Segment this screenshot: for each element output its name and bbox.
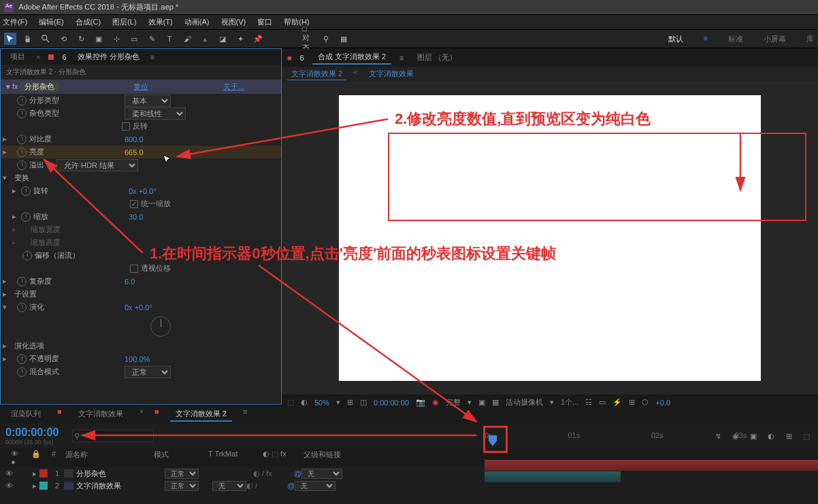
clone-tool[interactable]: ⟁ — [199, 33, 211, 45]
menu-view[interactable]: 视图(V) — [221, 18, 246, 26]
layer-mode-select[interactable]: 正常 — [165, 469, 199, 479]
fractal-type-select[interactable]: 基本 — [125, 95, 171, 107]
puppet-tool[interactable]: 📌 — [252, 33, 264, 45]
fx-about-link[interactable]: 关于... — [223, 82, 244, 92]
subtab-comp2[interactable]: 文字消散效果 2 — [287, 68, 346, 80]
layer-parent-select[interactable]: 无 — [295, 481, 336, 491]
invert-checkbox[interactable] — [122, 122, 130, 131]
layer-mode-select[interactable]: 正常 — [165, 481, 199, 491]
overflow-select[interactable]: 允许 HDR 结果 — [56, 159, 138, 171]
stopwatch-icon[interactable] — [17, 109, 27, 118]
menu-effect[interactable]: 效果(T) — [148, 18, 173, 26]
stopwatch-icon[interactable] — [17, 303, 27, 312]
layer-color-icon[interactable] — [39, 482, 48, 490]
stopwatch-icon[interactable] — [22, 251, 32, 261]
brightness-value[interactable]: 665.0 — [125, 148, 144, 156]
tab-composition[interactable]: 合成 文字消散效果 2 — [312, 50, 391, 65]
layer-name[interactable]: 文字消散效果 — [76, 481, 165, 491]
ws-default[interactable]: 默认 — [668, 34, 683, 44]
stopwatch-icon[interactable] — [17, 96, 27, 105]
visibility-icon[interactable]: 👁 — [5, 482, 15, 490]
channel-icon[interactable]: ◉ — [432, 398, 439, 407]
camera-tool[interactable]: ▣ — [93, 33, 105, 45]
pixel-aspect-icon[interactable]: ▭ — [599, 398, 606, 407]
region-icon[interactable]: ▣ — [478, 398, 485, 407]
opacity-value[interactable]: 100.0% — [125, 355, 150, 363]
search-icon[interactable]: ⚲ — [320, 33, 332, 45]
tab-comp2[interactable]: 文字消散效果 2 — [170, 407, 232, 422]
stopwatch-icon[interactable] — [17, 161, 27, 170]
resolution-icon[interactable]: ▾ — [336, 398, 340, 407]
tab-comp1[interactable]: 文字消散效果 — [73, 407, 129, 422]
composition-viewer[interactable] — [282, 82, 818, 394]
roto-tool[interactable]: ✦ — [234, 33, 246, 45]
layer-parent-select[interactable]: 无 — [301, 469, 342, 479]
menu-window[interactable]: 窗口 — [257, 18, 272, 26]
fx-reset-link[interactable]: 复位 — [133, 82, 148, 92]
tab-render-queue[interactable]: 渲染队列 — [5, 407, 46, 422]
evolution-value[interactable]: 0x +0.0° — [125, 303, 152, 312]
stopwatch-icon[interactable] — [17, 277, 27, 286]
expand-arrow-icon[interactable]: ▸ — [1, 277, 9, 286]
stopwatch-icon[interactable] — [17, 135, 27, 144]
guides-icon[interactable]: ◫ — [360, 398, 367, 407]
snapshot-icon[interactable]: 📷 — [416, 398, 425, 407]
menu-layer[interactable]: 图层(L) — [112, 18, 136, 26]
exposure-value[interactable]: +0.0 — [655, 399, 670, 407]
selection-tool[interactable] — [4, 33, 16, 45]
fx-name[interactable]: 分形杂色 — [20, 82, 59, 91]
text-tool[interactable]: T — [163, 33, 176, 45]
expand-arrow-icon[interactable]: ▸ — [1, 290, 9, 299]
ws-library[interactable]: 库 — [806, 34, 814, 44]
brush-tool[interactable]: 🖌 — [181, 33, 193, 45]
expand-arrow-icon[interactable]: ▸ — [1, 135, 9, 144]
subtab-comp1[interactable]: 文字消散效果 — [365, 68, 418, 80]
timeline-search[interactable] — [72, 430, 154, 442]
grid-icon[interactable]: ▦ — [338, 33, 350, 45]
visibility-icon[interactable]: 👁 — [5, 469, 15, 477]
grid-icon[interactable]: ⊞ — [347, 398, 353, 407]
layer-bar[interactable] — [485, 471, 621, 482]
snap-toggle[interactable]: □ 对齐 — [302, 33, 314, 45]
flowchart-icon[interactable]: ⬡ — [642, 398, 649, 407]
trkmat-select[interactable]: 无 — [212, 481, 246, 491]
camera-select[interactable]: 活动摄像机 — [506, 397, 543, 407]
ws-standard[interactable]: 标准 — [728, 34, 743, 44]
stopwatch-icon[interactable] — [17, 354, 27, 364]
tab-project[interactable]: 项目 — [5, 50, 31, 63]
view-options-icon[interactable]: ☷ — [585, 398, 592, 407]
expand-arrow-icon[interactable]: ▸ — [10, 186, 18, 195]
blend-mode-select[interactable]: 正常 — [125, 366, 171, 378]
menu-file[interactable]: 文件(F) — [3, 18, 27, 26]
evolution-dial[interactable] — [150, 316, 171, 337]
expand-arrow-icon[interactable]: ▸ — [1, 354, 9, 363]
perspective-checkbox[interactable] — [130, 265, 138, 273]
uniform-scale-checkbox[interactable]: ✓ — [130, 200, 138, 208]
tab-layer[interactable]: 图层 （无） — [412, 51, 462, 64]
stopwatch-icon[interactable] — [17, 367, 27, 377]
ws-small[interactable]: 小屏幕 — [764, 34, 786, 44]
menu-anim[interactable]: 动画(A) — [184, 18, 210, 26]
current-timecode[interactable]: 0:00:00:00 — [5, 426, 59, 439]
transparency-icon[interactable]: ▦ — [492, 398, 499, 407]
timeline-icon[interactable]: ⊞ — [629, 398, 635, 407]
menu-comp[interactable]: 合成(C) — [76, 18, 101, 26]
stopwatch-icon[interactable] — [21, 186, 31, 196]
mask-icon[interactable]: ◐ — [301, 398, 308, 407]
layer-bar[interactable] — [485, 460, 818, 471]
noise-type-select[interactable]: 柔和线性 — [125, 107, 186, 120]
expand-arrow-icon[interactable]: ▸ — [1, 148, 9, 156]
zoom-level[interactable]: 50% — [314, 399, 329, 407]
expand-arrow-icon[interactable]: ▸ — [10, 212, 18, 221]
playhead-icon[interactable] — [489, 435, 497, 449]
expand-arrow-icon[interactable]: ▸ — [1, 341, 9, 350]
zoom-icon[interactable]: ⬚ — [287, 398, 294, 407]
time-ruler[interactable]: 0s 01s 02s 03s — [485, 431, 818, 445]
eraser-tool[interactable]: ◪ — [216, 33, 229, 45]
complexity-value[interactable]: 6.0 — [125, 278, 135, 286]
tab-fx-controls[interactable]: 效果控件 分形杂色 — [72, 50, 145, 63]
anchor-tool[interactable]: ⊹ — [110, 33, 122, 45]
pen-tool[interactable]: ✎ — [146, 33, 158, 45]
contrast-value[interactable]: 800.0 — [125, 135, 144, 144]
viewer-timecode[interactable]: 0:00:00:00 — [374, 399, 409, 407]
